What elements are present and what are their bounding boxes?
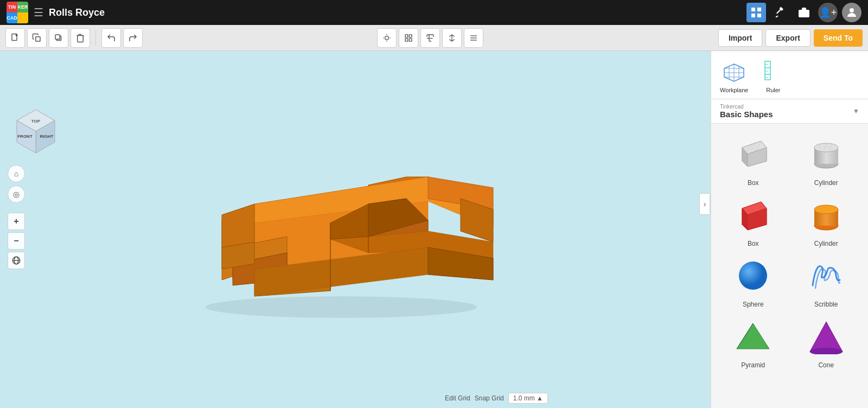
navigation-icons: ⌂ ◎ <box>8 165 25 203</box>
snap-grid-label: Snap Grid <box>475 394 504 402</box>
shape-box-red[interactable]: Box <box>720 193 787 247</box>
shapes-meta-label: Tinkercad <box>720 104 773 110</box>
model-svg <box>178 133 504 323</box>
import-button[interactable]: Import <box>718 29 763 47</box>
cylinder-orange-icon <box>799 193 853 237</box>
pyramid-label: Pyramid <box>741 361 765 369</box>
export-button[interactable]: Export <box>765 29 810 47</box>
logo-tin: TIN <box>7 2 17 12</box>
topbar-right-icons: 👤+ <box>746 3 861 22</box>
box-red-label: Box <box>748 240 759 247</box>
box-gray-icon <box>726 132 780 176</box>
cone-label: Cone <box>818 361 834 369</box>
snap-grid-value[interactable]: 1.0 mm ▲ <box>508 393 548 404</box>
svg-rect-0 <box>751 8 755 11</box>
toolbar-divider <box>95 30 96 46</box>
svg-text:FRONT: FRONT <box>17 134 33 139</box>
toolbar-right <box>377 28 483 48</box>
scribble-label: Scribble <box>814 301 838 308</box>
main-area: TOP RIGHT FRONT ⌂ ◎ + − <box>0 51 868 408</box>
home-view-button[interactable]: ⌂ <box>8 165 25 182</box>
sphere-label: Sphere <box>743 301 764 308</box>
shape-pyramid-green[interactable]: Pyramid <box>720 315 787 369</box>
cylinder-gray-icon <box>799 132 853 176</box>
ruler-tool[interactable]: Ruler <box>759 56 787 93</box>
edit-grid-label[interactable]: Edit Grid <box>445 394 470 402</box>
undo-button[interactable] <box>101 28 121 48</box>
svg-point-5 <box>850 8 854 12</box>
shapes-grid: Box Cylinder <box>711 124 868 378</box>
shape-scribble[interactable]: Scribble <box>793 254 860 308</box>
briefcase-icon[interactable] <box>794 3 814 22</box>
view-cube-container[interactable]: TOP RIGHT FRONT <box>9 105 63 162</box>
project-title[interactable]: Rolls Royce <box>49 7 741 18</box>
grid-view-icon[interactable] <box>746 3 766 22</box>
shapes-category-name: Basic Shapes <box>720 110 773 119</box>
svg-text:RIGHT: RIGHT <box>40 134 54 139</box>
user-avatar[interactable] <box>842 3 861 22</box>
svg-rect-18 <box>410 39 412 41</box>
action-buttons: Import Export Send To <box>718 29 863 47</box>
svg-marker-89 <box>737 323 769 349</box>
shape-box-gray[interactable]: Box <box>720 132 787 187</box>
3d-viewport[interactable]: TOP RIGHT FRONT ⌂ ◎ + − <box>0 51 711 408</box>
sendto-button[interactable]: Send To <box>814 29 863 47</box>
svg-point-77 <box>814 143 838 152</box>
ungroup-tool[interactable] <box>420 28 440 48</box>
svg-point-32 <box>206 296 477 318</box>
scribble-icon <box>799 254 853 297</box>
view-cube[interactable]: TOP RIGHT FRONT <box>9 105 63 160</box>
shape-cylinder-orange[interactable]: Cylinder <box>793 193 860 247</box>
svg-rect-1 <box>757 8 761 11</box>
perspective-toggle[interactable] <box>8 252 25 269</box>
cylinder-gray-label: Cylinder <box>814 179 838 187</box>
right-panel: Workplane Ruler <box>711 51 868 408</box>
fit-view-button[interactable]: ◎ <box>8 186 25 203</box>
svg-rect-2 <box>751 14 755 17</box>
svg-point-87 <box>814 205 838 214</box>
duplicate-button[interactable] <box>49 28 68 48</box>
mirror-tool[interactable] <box>442 28 462 48</box>
panel-tools: Workplane Ruler <box>711 51 868 99</box>
shape-sphere-blue[interactable]: Sphere <box>720 254 787 308</box>
document-icon[interactable]: ☰ <box>34 6 43 19</box>
svg-text:TOP: TOP <box>31 119 41 124</box>
svg-rect-3 <box>757 14 761 17</box>
svg-rect-17 <box>405 39 408 41</box>
logo-ker: KER <box>17 2 28 12</box>
svg-marker-40 <box>222 204 254 247</box>
sphere-blue-icon <box>726 254 780 297</box>
svg-rect-4 <box>799 10 809 17</box>
align-tool[interactable] <box>464 28 483 48</box>
add-user-icon[interactable]: 👤+ <box>818 3 838 22</box>
tinkercad-logo[interactable]: TIN KER CAD <box>7 2 28 23</box>
logo-blank <box>17 12 28 23</box>
svg-rect-9 <box>55 35 60 39</box>
svg-rect-15 <box>405 35 408 37</box>
shapes-header: Tinkercad Basic Shapes ▼ <box>711 99 868 124</box>
redo-button[interactable] <box>123 28 143 48</box>
ruler-icon <box>759 56 787 85</box>
zoom-out-button[interactable]: − <box>8 232 25 250</box>
delete-button[interactable] <box>71 28 90 48</box>
hammer-icon[interactable] <box>770 3 790 22</box>
light-tool[interactable] <box>377 28 397 48</box>
svg-point-10 <box>385 36 389 40</box>
logo-cad: CAD <box>7 12 17 23</box>
copy-button[interactable] <box>27 28 47 48</box>
workplane-label: Workplane <box>720 87 748 93</box>
group-tool[interactable] <box>399 28 418 48</box>
bottom-status: Edit Grid Snap Grid 1.0 mm ▲ <box>445 393 548 404</box>
shapes-dropdown-arrow[interactable]: ▼ <box>853 107 859 115</box>
new-button[interactable] <box>5 28 25 48</box>
panel-collapse-button[interactable]: › <box>699 193 710 215</box>
workplane-tool[interactable]: Workplane <box>720 56 748 93</box>
3d-model[interactable] <box>178 133 504 326</box>
shape-cylinder-gray[interactable]: Cylinder <box>793 132 860 187</box>
shape-cone-purple[interactable]: Cone <box>793 315 860 369</box>
ruler-label: Ruler <box>766 87 780 93</box>
box-red-icon <box>726 193 780 237</box>
zoom-controls: + − <box>8 213 25 269</box>
zoom-in-button[interactable]: + <box>8 213 25 230</box>
svg-rect-7 <box>36 36 40 41</box>
